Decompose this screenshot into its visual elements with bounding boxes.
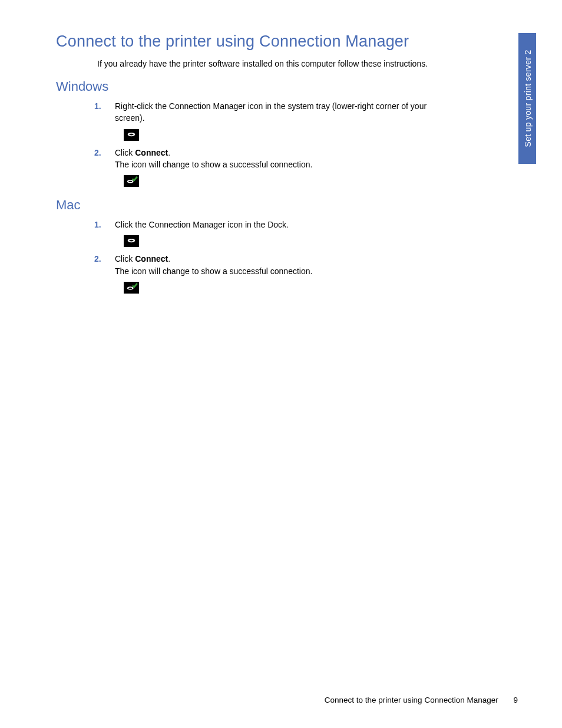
step-text: Click the Connection Manager icon in the…	[115, 220, 289, 229]
step-line2: The icon will change to show a successfu…	[115, 160, 312, 169]
step-number: 1.	[94, 100, 101, 112]
mac-section: Mac 1. Click the Connection Manager icon…	[56, 197, 457, 294]
page-number: 9	[513, 696, 518, 704]
step-text: Right-click the Connection Manager icon …	[115, 101, 427, 123]
connection-manager-icon	[124, 235, 139, 247]
connection-manager-icon	[124, 129, 139, 141]
step-prefix: Click	[115, 148, 135, 157]
intro-text: If you already have the printer software…	[97, 59, 457, 68]
mac-steps: 1. Click the Connection Manager icon in …	[94, 219, 457, 294]
footer-text: Connect to the printer using Connection …	[325, 696, 498, 704]
connection-manager-connected-icon	[124, 175, 139, 187]
step-bold: Connect	[135, 254, 168, 263]
page-title: Connect to the printer using Connection …	[56, 32, 457, 51]
step-number: 2.	[94, 147, 101, 159]
step-line2: The icon will change to show a successfu…	[115, 266, 312, 276]
windows-section: Windows 1. Right-click the Connection Ma…	[56, 79, 457, 187]
svg-point-8	[129, 240, 133, 242]
mac-heading: Mac	[56, 197, 457, 213]
step-suffix: .	[168, 148, 170, 157]
step-number: 1.	[94, 219, 101, 230]
connection-manager-connected-icon	[124, 282, 139, 294]
step-bold: Connect	[135, 148, 168, 157]
svg-point-2	[129, 133, 133, 135]
list-item: 2. Click Connect. The icon will change t…	[94, 253, 457, 294]
step-prefix: Click	[115, 254, 135, 263]
page-content: Connect to the printer using Connection …	[0, 0, 513, 294]
step-suffix: .	[168, 254, 170, 263]
windows-steps: 1. Right-click the Connection Manager ic…	[94, 100, 457, 187]
page-footer: Connect to the printer using Connection …	[325, 696, 518, 704]
windows-heading: Windows	[56, 79, 457, 94]
list-item: 1. Right-click the Connection Manager ic…	[94, 100, 457, 141]
svg-point-11	[128, 288, 132, 289]
chapter-tab-label: Set up your print server 2	[523, 50, 532, 147]
svg-point-5	[128, 181, 132, 182]
list-item: 1. Click the Connection Manager icon in …	[94, 219, 457, 247]
chapter-tab: Set up your print server 2	[518, 33, 536, 164]
step-number: 2.	[94, 253, 101, 265]
list-item: 2. Click Connect. The icon will change t…	[94, 147, 457, 187]
